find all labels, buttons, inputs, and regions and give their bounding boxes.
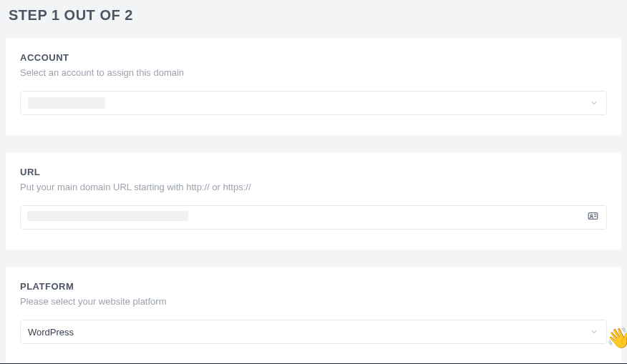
platform-label: PLATFORM [20, 281, 607, 292]
platform-description: Please select your website platform [20, 296, 607, 307]
svg-point-1 [590, 215, 593, 217]
account-select[interactable] [20, 91, 607, 115]
url-input[interactable] [20, 205, 607, 230]
help-wave-icon[interactable]: 👋 [606, 326, 627, 350]
account-label: ACCOUNT [20, 52, 607, 63]
platform-card: PLATFORM Please select your website plat… [6, 267, 621, 364]
step-title: STEP 1 OUT OF 2 [6, 7, 621, 24]
account-description: Select an account to assign this domain [20, 67, 607, 78]
url-card: URL Put your main domain URL starting wi… [6, 152, 621, 250]
account-card: ACCOUNT Select an account to assign this… [6, 38, 621, 135]
url-label: URL [20, 167, 607, 177]
platform-select[interactable]: WordPress [20, 320, 607, 344]
account-selected-value [28, 97, 105, 109]
platform-selected-value: WordPress [28, 327, 74, 338]
contact-card-icon [588, 211, 598, 225]
url-description: Put your main domain URL starting with h… [20, 182, 607, 192]
